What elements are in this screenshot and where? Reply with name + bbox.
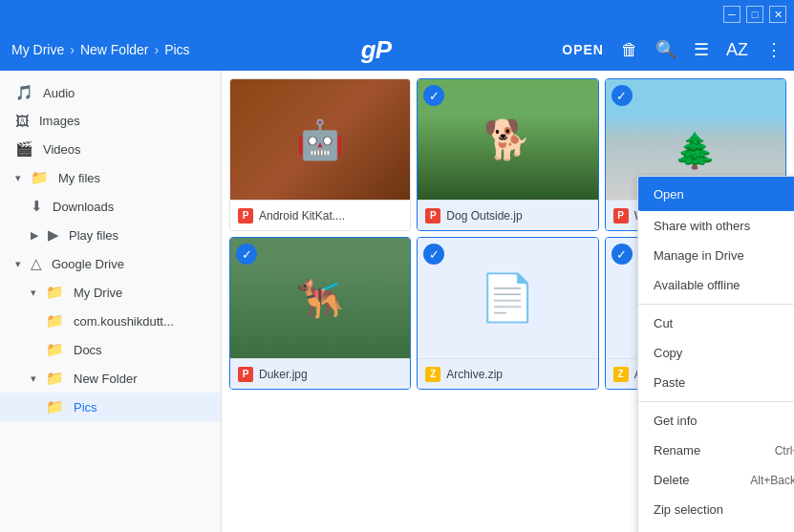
content-area: 🤖 P Android KitKat.... 🐕 ✓ P xyxy=(222,71,794,532)
toolbar-actions: OPEN 🗑 🔍 ☰ AZ ⋮ xyxy=(562,39,783,60)
menu-item-delete[interactable]: Delete Alt+Backspace xyxy=(638,465,794,495)
file-tile-duker[interactable]: 🐕‍🦺 ✓ P Duker.jpg xyxy=(229,237,411,390)
breadcrumb-pics[interactable]: Pics xyxy=(164,42,189,57)
sidebar-label-my-files: My files xyxy=(58,171,100,185)
my-drive-caret: ▾ xyxy=(31,287,36,299)
file-tile-archive[interactable]: 📄 ✓ Z Archive.zip xyxy=(417,237,598,390)
menu-label-cut: Cut xyxy=(654,316,673,330)
sidebar-item-google-drive[interactable]: ▾ △ Google Drive xyxy=(0,249,221,278)
sidebar-item-my-drive[interactable]: ▾ 📁 My Drive xyxy=(0,278,221,307)
menu-item-offline[interactable]: Available offline xyxy=(638,270,794,300)
menu-label-paste: Paste xyxy=(654,375,685,390)
file-label-duker: P Duker.jpg xyxy=(230,358,410,389)
menu-item-open[interactable]: Open ⋮ xyxy=(638,177,794,211)
file-type-icon-pdf: P xyxy=(238,208,253,223)
sidebar-label-docs: Docs xyxy=(74,343,102,357)
file-preview-archive: 📄 ✓ xyxy=(418,238,597,358)
menu-shortcut-rename: Ctrl+Enter xyxy=(775,444,794,458)
file-name-duker: Duker.jpg xyxy=(259,368,308,381)
sidebar-item-audio[interactable]: 🎵 Audio xyxy=(0,78,221,107)
downloads-icon: ⬇ xyxy=(31,198,43,215)
file-label-dog-outside: P Dog Outside.jp xyxy=(418,200,597,230)
menu-label-zip: Zip selection xyxy=(654,502,723,517)
menu-item-info[interactable]: Get info Space xyxy=(638,406,794,436)
open-button[interactable]: OPEN xyxy=(562,42,604,57)
breadcrumb-my-drive[interactable]: My Drive xyxy=(11,42,64,57)
menu-label-rename: Rename xyxy=(654,443,700,458)
app-logo: gP xyxy=(361,35,391,65)
menu-shortcut-delete: Alt+Backspace xyxy=(750,474,794,487)
check-overlay-archive1: ✓ xyxy=(612,244,633,265)
menu-item-zip[interactable]: Zip selection xyxy=(638,495,794,524)
sort-icon[interactable]: AZ xyxy=(726,40,748,60)
new-folder-icon: 📁 xyxy=(46,370,64,387)
sidebar-item-pics[interactable]: 📁 Pics xyxy=(0,393,221,421)
menu-item-share[interactable]: Share with others xyxy=(638,211,794,241)
sidebar-item-play-files[interactable]: ▶ ▶ Play files xyxy=(0,221,221,249)
sidebar-label-audio: Audio xyxy=(43,86,75,100)
check-overlay-duker: ✓ xyxy=(236,244,257,265)
new-folder-caret: ▾ xyxy=(31,372,36,385)
file-type-icon-zip1: Z xyxy=(613,367,629,382)
pics-icon: 📁 xyxy=(46,398,64,415)
play-files-caret: ▶ xyxy=(31,229,38,242)
menu-item-copy[interactable]: Copy Ctrl+C xyxy=(638,338,794,368)
sidebar-label-google-drive: Google Drive xyxy=(52,257,124,271)
toolbar-center: gP xyxy=(190,35,563,65)
more-icon[interactable]: ⋮ xyxy=(765,39,783,60)
file-label-android-kitkat: P Android KitKat.... xyxy=(230,200,410,230)
videos-icon: 🎬 xyxy=(15,140,33,158)
sidebar-item-my-files[interactable]: ▾ 📁 My files xyxy=(0,163,221,192)
file-preview-duker: 🐕‍🦺 ✓ xyxy=(230,238,410,358)
com-koushikdutt-icon: 📁 xyxy=(46,312,64,330)
sidebar-item-images[interactable]: 🖼 Images xyxy=(0,107,221,135)
menu-label-share: Share with others xyxy=(654,219,750,233)
file-name-archive: Archive.zip xyxy=(446,368,503,381)
menu-icon[interactable]: ☰ xyxy=(694,39,709,60)
sidebar-label-downloads: Downloads xyxy=(53,200,114,214)
images-icon: 🖼 xyxy=(15,113,30,129)
menu-label-delete: Delete xyxy=(654,473,690,487)
menu-item-rename[interactable]: Rename Ctrl+Enter xyxy=(638,436,794,465)
file-tile-dog-outside[interactable]: 🐕 ✓ P Dog Outside.jp xyxy=(417,78,598,231)
delete-icon[interactable]: 🗑 xyxy=(621,40,638,60)
menu-label-open: Open xyxy=(654,187,684,202)
file-preview-android-kitkat: 🤖 xyxy=(230,79,410,200)
file-type-icon-zip: Z xyxy=(425,367,440,382)
file-name-android-kitkat: Android KitKat.... xyxy=(259,209,345,223)
minimize-button[interactable]: ─ xyxy=(723,6,740,23)
titlebar: ─ □ ✕ xyxy=(0,0,794,29)
menu-label-info: Get info xyxy=(654,414,697,428)
google-drive-caret: ▾ xyxy=(15,258,21,270)
play-files-icon: ▶ xyxy=(48,226,59,244)
file-type-icon-duker: P xyxy=(238,367,253,382)
check-overlay-winter: ✓ xyxy=(612,85,633,106)
search-icon[interactable]: 🔍 xyxy=(655,39,676,60)
sidebar-item-downloads[interactable]: ⬇ Downloads xyxy=(0,192,221,221)
sidebar-label-pics: Pics xyxy=(74,400,97,415)
sidebar-label-videos: Videos xyxy=(43,142,81,157)
sidebar-item-new-folder[interactable]: ▾ 📁 New Folder xyxy=(0,364,221,393)
my-files-icon: 📁 xyxy=(31,169,49,186)
context-menu: Open ⋮ Share with others Manage in Drive… xyxy=(637,176,794,532)
menu-item-paste[interactable]: Paste Ctrl+V xyxy=(638,368,794,397)
sidebar-label-play-files: Play files xyxy=(69,228,118,243)
audio-icon: 🎵 xyxy=(15,84,33,101)
menu-divider-1 xyxy=(638,304,794,305)
menu-item-manage[interactable]: Manage in Drive xyxy=(638,241,794,270)
sidebar-item-videos[interactable]: 🎬 Videos xyxy=(0,135,221,163)
toolbar: My Drive › New Folder › Pics gP OPEN 🗑 🔍… xyxy=(0,29,794,71)
file-preview-dog-outside: 🐕 ✓ xyxy=(418,79,597,200)
file-label-archive: Z Archive.zip xyxy=(418,358,597,389)
sidebar-label-images: Images xyxy=(39,114,80,128)
breadcrumb-new-folder[interactable]: New Folder xyxy=(80,42,149,57)
doc-icon-archive: 📄 xyxy=(479,271,536,325)
maximize-button[interactable]: □ xyxy=(746,6,763,23)
close-button[interactable]: ✕ xyxy=(769,6,786,23)
menu-item-new-folder[interactable]: New folder Ctrl+E xyxy=(638,524,794,532)
sidebar-item-docs[interactable]: 📁 Docs xyxy=(0,335,221,364)
file-tile-android-kitkat[interactable]: 🤖 P Android KitKat.... xyxy=(229,78,411,231)
sidebar-item-com-koushikdutt[interactable]: 📁 com.koushikdutt... xyxy=(0,307,221,335)
menu-item-cut[interactable]: Cut Ctrl+X xyxy=(638,309,794,338)
my-drive-icon: 📁 xyxy=(46,284,64,301)
